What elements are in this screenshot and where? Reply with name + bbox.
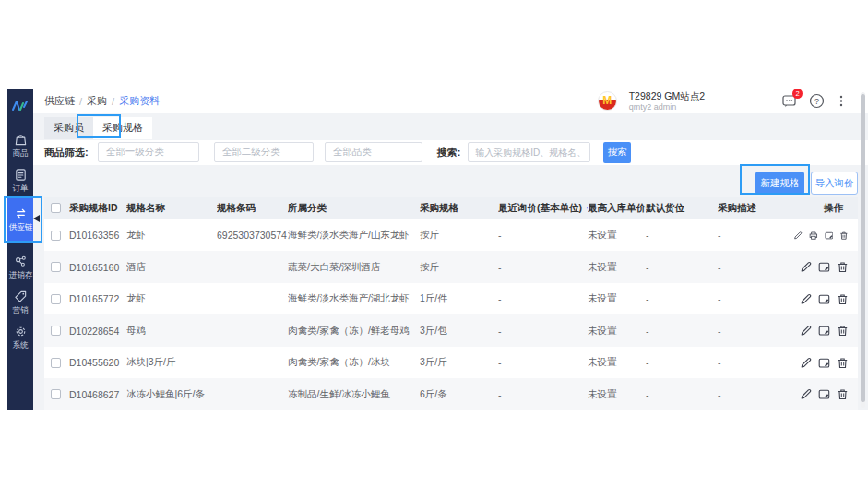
cell-description: -	[718, 357, 793, 368]
order-doc-icon	[14, 168, 28, 182]
delete-icon[interactable]	[837, 325, 849, 337]
col-operations: 操作	[793, 202, 858, 215]
quote-sheet-icon[interactable]	[818, 261, 830, 273]
breadcrumb-item[interactable]: 采购	[87, 94, 107, 108]
scrollbar-thumb[interactable]	[861, 94, 865, 402]
create-spec-button[interactable]: 新建规格	[755, 172, 804, 195]
table-row: D10163356 龙虾 6925303730574 海鲜类/淡水类海产/山东龙…	[44, 219, 858, 252]
category-level2-select[interactable]: 全部二级分类	[214, 142, 314, 162]
breadcrumb-separator: /	[112, 96, 114, 107]
search-button[interactable]: 搜索	[603, 142, 631, 163]
user-cluster: M T29829 GM站点2 qmty2 admin 2 ?	[598, 90, 846, 112]
delete-icon[interactable]	[837, 388, 849, 400]
cell-description: -	[718, 262, 793, 273]
delete-icon[interactable]	[837, 261, 849, 273]
cell-max-price: 未设置	[588, 356, 646, 369]
user-info[interactable]: T29829 GM站点2 qmty2 admin	[629, 90, 705, 112]
annotation-arrow-marker	[33, 215, 40, 222]
tab-purchase-specs[interactable]: 采购规格	[93, 117, 152, 139]
delete-icon[interactable]	[837, 357, 849, 369]
cell-spec-name: 冰块|3斤/斤	[126, 356, 217, 369]
cell-barcode: 6925303730574	[217, 230, 288, 241]
cell-spec-id: D10455620	[69, 357, 126, 368]
col-spec-id: 采购规格ID	[69, 202, 126, 215]
cell-default-slot: -	[646, 262, 718, 273]
cell-spec-id: D10468627	[69, 389, 126, 400]
sidebar: 商品 订单 供应链 进销存 营销	[7, 89, 33, 410]
cell-spec-id: D10165772	[69, 293, 126, 304]
sidebar-item-orders[interactable]: 订单	[7, 163, 33, 198]
help-icon[interactable]: ?	[809, 93, 825, 109]
tab-buyers[interactable]: 采购员	[44, 117, 93, 139]
cell-max-price: 未设置	[588, 325, 646, 338]
message-badge: 2	[792, 89, 803, 99]
breadcrumb-item[interactable]: 供应链	[44, 94, 75, 108]
quote-sheet-icon[interactable]	[818, 325, 830, 337]
table-header: 采购规格ID 规格名称 规格条码 所属分类 采购规格 最近询价(基本单位)▼ 最…	[44, 197, 858, 219]
sidebar-item-goods[interactable]: 商品	[7, 128, 33, 163]
category-type-select[interactable]: 全部品类	[325, 142, 422, 162]
vertical-scrollbar[interactable]	[861, 92, 865, 408]
cell-spec-name: 酒店	[126, 261, 217, 274]
cell-max-price: 未设置	[588, 388, 646, 401]
col-spec: 采购规格	[420, 202, 498, 215]
quote-sheet-icon[interactable]	[825, 230, 834, 242]
import-inquiry-button[interactable]: 导入询价	[811, 172, 858, 195]
edit-icon[interactable]	[800, 325, 812, 337]
cell-description: -	[718, 389, 793, 400]
sidebar-item-marketing[interactable]: 营销	[7, 285, 33, 320]
edit-icon[interactable]	[800, 261, 812, 273]
table-row: D10468627 冰冻小鲤鱼|6斤/条 冻制品/生鲜/冰冻小鲤鱼 6斤/条 -…	[44, 378, 858, 410]
gear-icon	[14, 325, 28, 338]
print-icon[interactable]	[809, 230, 818, 242]
breadcrumb: 供应链 / 采购 / 采购资料	[44, 94, 160, 108]
row-checkbox[interactable]	[51, 326, 61, 336]
purchase-spec-table: 采购规格ID 规格名称 规格条码 所属分类 采购规格 最近询价(基本单位)▼ 最…	[44, 197, 858, 410]
cell-spec: 按斤	[420, 229, 498, 242]
sort-caret-icon[interactable]: ▼	[585, 205, 588, 211]
cell-max-price: 未设置	[588, 229, 646, 242]
cell-spec: 3斤/斤	[420, 356, 498, 369]
select-all-checkbox[interactable]	[51, 203, 61, 213]
shopping-bag-icon	[14, 133, 28, 147]
col-barcode: 规格条码	[217, 202, 288, 215]
sidebar-item-supply-chain[interactable]: 供应链	[7, 198, 33, 241]
row-checkbox[interactable]	[51, 294, 61, 304]
more-menu-icon[interactable]	[837, 93, 846, 109]
cell-latest-inquiry: -	[498, 262, 588, 273]
sidebar-item-label: 订单	[12, 183, 28, 194]
edit-icon[interactable]	[793, 230, 803, 242]
edit-icon[interactable]	[800, 357, 812, 369]
filter-bar: 商品筛选: 全部一级分类 全部二级分类 全部品类 搜索: 搜索	[33, 140, 868, 166]
cell-max-price: 未设置	[588, 292, 646, 305]
delete-icon[interactable]	[837, 293, 849, 305]
cell-spec-id: D10165160	[69, 262, 126, 273]
breadcrumb-item-current[interactable]: 采购资料	[119, 94, 160, 108]
brand-logo	[7, 93, 33, 117]
quote-sheet-icon[interactable]	[818, 388, 830, 400]
quote-sheet-icon[interactable]	[818, 357, 830, 369]
table-row: D10228654 母鸡 肉禽类/家禽（冻）/鲜老母鸡 3斤/包 - 未设置 -…	[44, 314, 858, 347]
category-level1-select[interactable]: 全部一级分类	[98, 142, 199, 162]
row-checkbox[interactable]	[51, 231, 61, 241]
edit-icon[interactable]	[800, 388, 812, 400]
messages-icon[interactable]: 2	[781, 93, 797, 109]
cell-spec-name: 龙虾	[126, 229, 217, 242]
topbar: 供应链 / 采购 / 采购资料 M T29829 GM站点2 qmty2 adm…	[33, 89, 868, 113]
row-checkbox[interactable]	[51, 358, 61, 368]
row-checkbox[interactable]	[51, 262, 61, 272]
sidebar-item-inventory[interactable]: 进销存	[7, 250, 33, 285]
quote-sheet-icon[interactable]	[818, 293, 830, 305]
avatar[interactable]: M	[598, 91, 617, 111]
delete-icon[interactable]	[839, 230, 849, 242]
search-input[interactable]	[468, 142, 590, 162]
row-checkbox[interactable]	[51, 389, 61, 399]
share-nodes-icon	[14, 255, 28, 268]
sidebar-item-label: 商品	[12, 148, 28, 159]
price-tag-icon	[14, 290, 28, 303]
edit-icon[interactable]	[800, 293, 812, 305]
tab-bar: 采购员 采购规格	[44, 117, 868, 139]
breadcrumb-separator: /	[79, 96, 82, 107]
sidebar-item-system[interactable]: 系统	[7, 320, 33, 355]
col-latest-inquiry[interactable]: 最近询价(基本单位)▼	[498, 202, 588, 215]
